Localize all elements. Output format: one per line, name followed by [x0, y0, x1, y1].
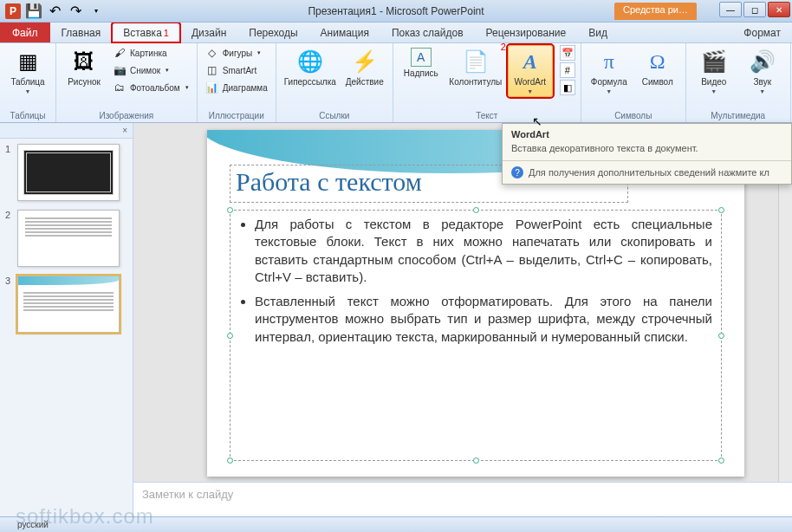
smartart-icon: ◫ — [205, 63, 219, 77]
status-language[interactable]: русский — [17, 520, 49, 529]
ribbon-tabs: Файл Главная Вставка1 Дизайн Переходы Ан… — [0, 23, 792, 43]
help-icon: ? — [511, 166, 523, 178]
file-tab[interactable]: Файл — [0, 23, 50, 42]
slide-thumbnail-2[interactable] — [17, 210, 120, 267]
qat-dropdown-icon[interactable]: ▾ — [87, 2, 106, 21]
tab-format[interactable]: Формат — [732, 23, 792, 42]
group-images: 🖼 Рисунок 🖌Картинка 📷Снимок▾ 🗂Фотоальбом… — [56, 43, 198, 122]
globe-icon: 🌐 — [296, 48, 324, 75]
undo-icon[interactable]: ↶ — [45, 2, 64, 21]
highlight-2: 2 — [501, 42, 506, 52]
wordart-icon: A — [516, 48, 544, 75]
quick-access-toolbar: P 💾 ↶ ↷ ▾ — [0, 2, 106, 21]
shapes-button[interactable]: ◇Фигуры▾ — [203, 45, 270, 61]
notes-placeholder: Заметки к слайду — [142, 488, 233, 501]
contextual-tab[interactable]: Средства ри… — [614, 3, 697, 20]
group-tables: ▦ Таблица ▼ Таблицы — [0, 43, 56, 122]
app-icon[interactable]: P — [3, 2, 23, 21]
tab-review[interactable]: Рецензирование — [475, 23, 578, 42]
speaker-icon: 🔊 — [749, 48, 776, 75]
window-controls: — ◻ ✕ — [719, 2, 790, 17]
omega-icon: Ω — [644, 48, 672, 75]
headerfooter-button[interactable]: 📄 Колонтитулы — [447, 45, 504, 89]
save-icon[interactable]: 💾 — [24, 2, 43, 21]
slide-thumbnail-3[interactable]: Работа с текстом — [17, 276, 120, 333]
album-icon: 🗂 — [113, 81, 127, 94]
tab-view[interactable]: Вид — [577, 23, 619, 42]
screenshot-icon: 📷 — [113, 63, 127, 77]
wordart-tooltip: WordArt Вставка декоративного текста в д… — [502, 123, 792, 185]
datetime-icon[interactable]: 📅 — [560, 45, 575, 61]
minimize-button[interactable]: — — [719, 2, 742, 17]
text-extras: 📅 # ◧ — [560, 45, 575, 95]
slide-thumbnail-panel: × 1 2 3 Работа с текстом — [0, 123, 133, 516]
thumbnail-panel-header[interactable]: × — [0, 123, 133, 139]
highlight-1: 1 — [164, 28, 169, 38]
chevron-down-icon: ▼ — [759, 88, 765, 94]
picture-button[interactable]: 🖼 Рисунок — [62, 45, 107, 89]
thumbnail-row-3[interactable]: 3 Работа с текстом — [0, 270, 133, 336]
tab-home[interactable]: Главная — [50, 23, 113, 42]
chart-icon: 📊 — [205, 81, 219, 94]
photoalbum-button[interactable]: 🗂Фотоальбом▾ — [110, 80, 192, 95]
group-illustrations: ◇Фигуры▾ ◫SmartArt 📊Диаграмма Иллюстраци… — [198, 43, 276, 122]
action-button[interactable]: ⚡ Действие — [342, 45, 387, 89]
table-button[interactable]: ▦ Таблица ▼ — [5, 45, 50, 97]
tab-insert[interactable]: Вставка1 — [112, 23, 180, 42]
chevron-down-icon: ▼ — [711, 88, 717, 94]
close-button[interactable]: ✕ — [768, 2, 790, 17]
tooltip-title: WordArt — [503, 124, 791, 141]
bullet-1: Для работы с текстом в редакторе PowerPo… — [255, 216, 712, 286]
notes-pane[interactable]: Заметки к слайду — [133, 482, 792, 516]
thumbnail-row-1[interactable]: 1 — [0, 139, 133, 204]
body-textbox[interactable]: Для работы с текстом в редакторе PowerPo… — [230, 210, 722, 461]
symbol-button[interactable]: Ω Символ — [635, 45, 680, 89]
tab-design[interactable]: Дизайн — [180, 23, 237, 42]
table-icon: ▦ — [14, 48, 42, 75]
shapes-icon: ◇ — [205, 46, 219, 60]
titlebar: P 💾 ↶ ↷ ▾ Презентация1 - Microsoft Power… — [0, 0, 792, 23]
equation-button[interactable]: π Формула ▼ — [587, 45, 632, 97]
headerfooter-icon: 📄 — [462, 48, 490, 75]
wordart-button[interactable]: A WordArt ▼ — [508, 45, 553, 97]
window-title: Презентация1 - Microsoft PowerPoint — [308, 5, 484, 17]
pi-icon: π — [595, 48, 623, 75]
group-symbols: π Формула ▼ Ω Символ Символы — [581, 43, 686, 122]
clipart-button[interactable]: 🖌Картинка — [110, 45, 192, 61]
video-button[interactable]: 🎬 Видео ▼ — [691, 45, 737, 97]
action-icon: ⚡ — [351, 48, 379, 75]
ribbon: ▦ Таблица ▼ Таблицы 🖼 Рисунок 🖌Картинка … — [0, 43, 792, 123]
tab-slideshow[interactable]: Показ слайдов — [380, 23, 475, 42]
group-text: A Надпись 📄 Колонтитулы 2 A WordArt ▼ 📅 … — [393, 43, 581, 122]
chart-button[interactable]: 📊Диаграмма — [203, 80, 270, 95]
notes-splitter[interactable] — [133, 480, 792, 483]
tab-animations[interactable]: Анимация — [309, 23, 380, 42]
slide-thumbnail-1[interactable] — [17, 144, 120, 201]
group-media: 🎬 Видео ▼ 🔊 Звук ▼ Мультимедиа — [686, 43, 791, 122]
picture-icon: 🖼 — [70, 48, 98, 75]
tooltip-footer: ? Для получения дополнительных сведений … — [503, 160, 791, 184]
chevron-down-icon: ▼ — [527, 88, 533, 94]
bullet-2: Вставленный текст можно отформатировать.… — [255, 293, 712, 346]
redo-icon[interactable]: ↷ — [66, 2, 85, 21]
chevron-down-icon: ▼ — [606, 88, 612, 94]
smartart-button[interactable]: ◫SmartArt — [203, 62, 270, 78]
slidenumber-icon[interactable]: # — [560, 62, 575, 78]
clipart-icon: 🖌 — [113, 46, 127, 60]
statusbar: русский — [0, 516, 792, 532]
audio-button[interactable]: 🔊 Звук ▼ — [740, 45, 785, 97]
screenshot-button[interactable]: 📷Снимок▾ — [110, 62, 192, 78]
hyperlink-button[interactable]: 🌐 Гиперссылка — [282, 45, 339, 89]
object-icon[interactable]: ◧ — [560, 80, 575, 95]
chevron-down-icon: ▼ — [25, 88, 31, 94]
maximize-button[interactable]: ◻ — [743, 2, 766, 17]
textbox-icon: A — [411, 48, 432, 67]
group-links: 🌐 Гиперссылка ⚡ Действие Ссылки — [276, 43, 393, 122]
video-icon: 🎬 — [700, 48, 728, 75]
thumbnail-row-2[interactable]: 2 — [0, 204, 133, 270]
tooltip-body: Вставка декоративного текста в документ. — [503, 141, 791, 160]
tab-transitions[interactable]: Переходы — [237, 23, 308, 42]
textbox-button[interactable]: A Надпись — [399, 45, 444, 81]
